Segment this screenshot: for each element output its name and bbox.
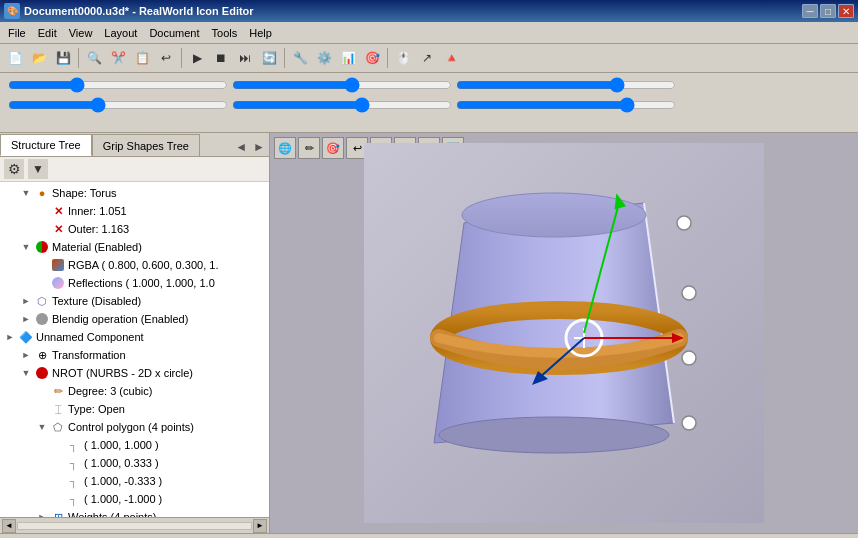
grip-point-3[interactable] [682,351,696,365]
tree-item-material[interactable]: ▼ Material (Enabled) [0,238,269,256]
save-button[interactable]: 💾 [52,47,74,69]
btn-t10[interactable]: ⚙️ [313,47,335,69]
slider-4[interactable] [8,97,228,113]
node-label-material: Material (Enabled) [52,241,142,253]
expand-icon[interactable]: ► [18,311,34,327]
slider-5[interactable] [232,97,452,113]
btn-t13[interactable]: 🖱️ [392,47,414,69]
material-icon [34,239,50,255]
sep-3 [284,48,285,68]
expand-icon[interactable]: ▼ [18,239,34,255]
slider-6[interactable] [456,97,676,113]
tree-item-shape-torus[interactable]: ▼ ● Shape: Torus [0,184,269,202]
tree-item-outer[interactable]: ✕ Outer: 1.163 [0,220,269,238]
scroll-left-button[interactable]: ◄ [2,519,16,533]
grip-point-1[interactable] [677,216,691,230]
menu-tools[interactable]: Tools [206,25,244,41]
expand-icon [50,437,66,453]
tree-item-point-4[interactable]: ┐ ( 1.000, -1.000 ) [0,490,269,508]
expand-icon[interactable]: ► [34,509,50,517]
btn-t1[interactable]: 🔍 [83,47,105,69]
horizontal-scrollbar[interactable]: ◄ ► [0,517,269,533]
menu-view[interactable]: View [63,25,99,41]
bucket-svg [364,143,764,523]
btn-t5[interactable]: ▶ [186,47,208,69]
btn-t15[interactable]: 🔺 [440,47,462,69]
window-controls: ─ □ ✕ [802,4,854,18]
btn-t4[interactable]: ↩ [155,47,177,69]
tree-item-transformation[interactable]: ► ⊕ Transformation [0,346,269,364]
expand-icon[interactable]: ► [2,329,18,345]
btn-t8[interactable]: 🔄 [258,47,280,69]
tree-area[interactable]: ▼ ● Shape: Torus ✕ Inner: 1.051 ✕ Outer:… [0,182,269,517]
expand-icon[interactable]: ▼ [18,185,34,201]
node-label-shape-torus: Shape: Torus [52,187,117,199]
tab-prev-button[interactable]: ◄ [233,140,249,154]
grip-point-2[interactable] [682,286,696,300]
tree-item-point-1[interactable]: ┐ ( 1.000, 1.000 ) [0,436,269,454]
window-title: Document0000.u3d* - RealWorld Icon Edito… [24,5,254,17]
grip-point-4[interactable] [682,416,696,430]
menu-layout[interactable]: Layout [98,25,143,41]
node-label-outer: Outer: 1.163 [68,223,129,235]
menu-document[interactable]: Document [143,25,205,41]
transform-icon: ⊕ [34,347,50,363]
menu-edit[interactable]: Edit [32,25,63,41]
tree-add-button[interactable]: ▼ [28,159,48,179]
btn-t9[interactable]: 🔧 [289,47,311,69]
tree-item-nrot[interactable]: ▼ NROT (NURBS - 2D x circle) [0,364,269,382]
open-button[interactable]: 📂 [28,47,50,69]
menu-file[interactable]: File [2,25,32,41]
tree-item-control-polygon[interactable]: ▼ ⬠ Control polygon (4 points) [0,418,269,436]
expand-icon[interactable]: ▼ [34,419,50,435]
btn-t3[interactable]: 📋 [131,47,153,69]
tree-item-reflections[interactable]: Reflections ( 1.000, 1.000, 1.0 [0,274,269,292]
slider-2[interactable] [232,77,452,93]
maximize-button[interactable]: □ [820,4,836,18]
node-label-transformation: Transformation [52,349,126,361]
node-label-control-polygon: Control polygon (4 points) [68,421,194,433]
tree-item-blend[interactable]: ► Blendig operation (Enabled) [0,310,269,328]
menu-help[interactable]: Help [243,25,278,41]
expand-icon [34,275,50,291]
tree-item-inner[interactable]: ✕ Inner: 1.051 [0,202,269,220]
btn-t2[interactable]: ✂️ [107,47,129,69]
scroll-right-button[interactable]: ► [253,519,267,533]
main-layout: Structure Tree Grip Shapes Tree ◄ ► ⚙ ▼ … [0,133,858,533]
node-label-texture: Texture (Disabled) [52,295,141,307]
btn-t14[interactable]: ↗ [416,47,438,69]
tab-grip-shapes-tree[interactable]: Grip Shapes Tree [92,134,200,156]
expand-icon[interactable]: ► [18,347,34,363]
tree-item-point-2[interactable]: ┐ ( 1.000, 0.333 ) [0,454,269,472]
tree-item-texture[interactable]: ► ⬡ Texture (Disabled) [0,292,269,310]
tree-item-degree[interactable]: ✏ Degree: 3 (cubic) [0,382,269,400]
tree-item-type[interactable]: ⌶ Type: Open [0,400,269,418]
node-label-unnamed-component: Unnamed Component [36,331,144,343]
tree-item-point-3[interactable]: ┐ ( 1.000, -0.333 ) [0,472,269,490]
expand-icon[interactable]: ▼ [18,365,34,381]
new-button[interactable]: 📄 [4,47,26,69]
tree-settings-button[interactable]: ⚙ [4,159,24,179]
btn-t11[interactable]: 📊 [337,47,359,69]
slider-3[interactable] [456,77,676,93]
expand-icon[interactable]: ► [18,293,34,309]
tab-structure-tree[interactable]: Structure Tree [0,134,92,156]
tree-item-weights[interactable]: ► ⊞ Weights (4 points) [0,508,269,517]
slider-1[interactable] [8,77,228,93]
texture-icon: ⬡ [34,293,50,309]
btn-t7[interactable]: ⏭ [234,47,256,69]
status-bar: Ready 💾 [0,533,858,538]
canvas-area: 🌐 ✏ 🎯 ↩ ↔ ↕ ⟲ 🔠 [270,133,858,533]
tree-item-rgba[interactable]: RGBA ( 0.800, 0.600, 0.300, 1. [0,256,269,274]
tab-next-button[interactable]: ► [251,140,267,154]
btn-t12[interactable]: 🎯 [361,47,383,69]
close-button[interactable]: ✕ [838,4,854,18]
tree-item-unnamed-component[interactable]: ► 🔷 Unnamed Component [0,328,269,346]
polygon-icon: ⬠ [50,419,66,435]
minimize-button[interactable]: ─ [802,4,818,18]
tab-nav: ◄ ► [231,138,269,156]
tree-toolbar: ⚙ ▼ [0,157,269,182]
btn-t6[interactable]: ⏹ [210,47,232,69]
scroll-track[interactable] [17,522,252,530]
degree-icon: ✏ [50,383,66,399]
